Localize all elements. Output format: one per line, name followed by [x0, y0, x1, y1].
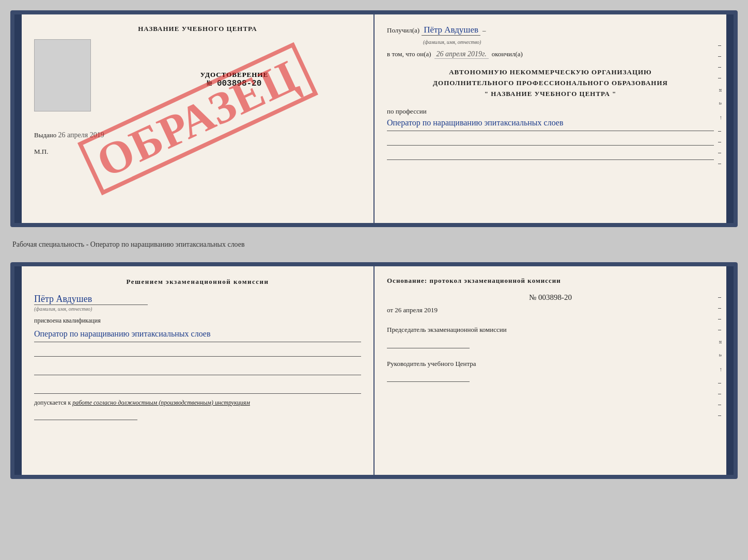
date-value: 26 апреля 2019г. — [434, 50, 489, 59]
recipient-dash: – — [482, 26, 486, 35]
admission-prefix: допускается к — [34, 399, 71, 406]
lower-side-6 — [718, 394, 721, 394]
commission-chair: Председатель экзаменационной комиссии — [387, 325, 714, 335]
lower-side-4 — [718, 330, 721, 330]
protocol-date: от 26 апреля 2019 — [387, 306, 714, 314]
side-line-8 — [718, 164, 721, 164]
lower-side-3 — [718, 319, 721, 319]
upper-cert-title: НАЗВАНИЕ УЧЕБНОГО ЦЕНТРА — [34, 25, 361, 33]
lower-right-panel: Основание: протокол экзаменационной коми… — [375, 266, 726, 475]
page-wrapper: НАЗВАНИЕ УЧЕБНОГО ЦЕНТРА УДОСТОВЕРЕНИЕ №… — [10, 10, 738, 479]
assigned-prefix: присвоена квалификация — [34, 317, 361, 325]
lower-blank-lines — [34, 347, 361, 394]
side-line-5 — [718, 131, 721, 132]
lower-document-book: Решением экзаменационной комиссии Пётр А… — [10, 262, 738, 479]
date-line: в том, что он(а) 26 апреля 2019г. окончи… — [387, 50, 714, 59]
profession-value: Оператор по наращиванию эпитаксиальных с… — [387, 116, 714, 131]
lower-spine-left — [14, 266, 22, 475]
side-line-7 — [718, 153, 721, 153]
recipient-line: Получил(а) Пётр Авдушев – — [387, 25, 714, 36]
cert-issued: Выдано 26 апреля 2019 — [34, 131, 361, 139]
lower-side-5 — [718, 383, 721, 383]
issued-prefix: Выдано — [34, 131, 56, 139]
lower-side-8 — [718, 415, 721, 416]
center-head: Руководитель учебного Центра — [387, 359, 714, 369]
side-line-1 — [718, 45, 721, 46]
org-block: АВТОНОМНУЮ НЕКОММЕРЧЕСКУЮ ОРГАНИЗАЦИЮ ДО… — [387, 67, 714, 99]
decision-title: Решением экзаменационной комиссии — [34, 277, 361, 287]
lower-profession: Оператор по наращиванию эпитаксиальных с… — [34, 327, 361, 342]
recipient-name: Пётр Авдушев — [422, 25, 480, 36]
profession-block: по профессии Оператор по наращиванию эпи… — [387, 107, 714, 131]
lower-side-1 — [718, 297, 721, 298]
side-line-6 — [718, 142, 721, 142]
org-line1: АВТОНОМНУЮ НЕКОММЕРЧЕСКУЮ ОРГАНИЗАЦИЮ — [387, 67, 714, 78]
side-line-3 — [718, 67, 721, 68]
lower-blank-2 — [34, 366, 361, 375]
org-line3: " НАЗВАНИЕ УЧЕБНОГО ЦЕНТРА " — [387, 89, 714, 100]
cert-label: УДОСТОВЕРЕНИЕ — [200, 71, 268, 79]
basis-text: Основание: протокол экзаменационной коми… — [387, 277, 714, 285]
side-line-4 — [718, 78, 721, 78]
upper-left-panel: НАЗВАНИЕ УЧЕБНОГО ЦЕНТРА УДОСТОВЕРЕНИЕ №… — [22, 14, 375, 223]
lower-side-7 — [718, 405, 721, 405]
date-prefix: в том, что он(а) — [387, 50, 431, 58]
mp-label: М.П. — [34, 148, 361, 156]
date-suffix: окончил(а) — [492, 50, 523, 58]
profession-prefix: по профессии — [387, 107, 427, 115]
recipient-prefix: Получил(а) — [387, 26, 419, 35]
blank-line-1 — [387, 135, 714, 146]
lower-spine-right — [726, 266, 734, 475]
chair-signature-line — [387, 338, 470, 348]
specialty-label: Рабочая специальность - Оператор по нара… — [10, 241, 738, 249]
upper-right-panel: Получил(а) Пётр Авдушев – (фамилия, имя,… — [375, 14, 726, 223]
upper-spine-right — [726, 14, 734, 223]
admission-blank-line — [34, 411, 137, 420]
lower-left-panel: Решением экзаменационной комиссии Пётр А… — [22, 266, 375, 475]
blank-line-2 — [387, 150, 714, 160]
org-line2: ДОПОЛНИТЕЛЬНОГО ПРОФЕССИОНАЛЬНОГО ОБРАЗО… — [387, 78, 714, 89]
lower-blank-1 — [34, 347, 361, 357]
lower-name-subtitle: (фамилия, имя, отчество) — [34, 306, 361, 312]
side-lines: и а ← — [718, 45, 724, 164]
upper-spine-left — [14, 14, 22, 223]
recipient-subtitle: (фамилия, имя, отчество) — [423, 39, 481, 45]
date-prefix: от — [387, 306, 393, 314]
side-line-2 — [718, 56, 721, 57]
cert-number: № 003898-20 — [207, 79, 262, 88]
head-signature-line — [387, 372, 470, 382]
person-name: Пётр Авдушев — [34, 294, 148, 305]
date-value: 26 апреля 2019 — [395, 306, 438, 314]
admission-italic: работе согласно должностным (производств… — [72, 399, 250, 406]
issued-date: 26 апреля 2019 — [58, 131, 104, 139]
lower-side-lines: и а ← — [718, 297, 724, 416]
lower-side-2 — [718, 308, 721, 309]
upper-document-book: НАЗВАНИЕ УЧЕБНОГО ЦЕНТРА УДОСТОВЕРЕНИЕ №… — [10, 10, 738, 227]
admission-text: допускается к работе согласно должностны… — [34, 399, 361, 407]
lower-blank-3 — [34, 385, 361, 394]
cert-photo-placeholder — [34, 39, 91, 111]
protocol-number: № 003898-20 — [387, 293, 714, 302]
